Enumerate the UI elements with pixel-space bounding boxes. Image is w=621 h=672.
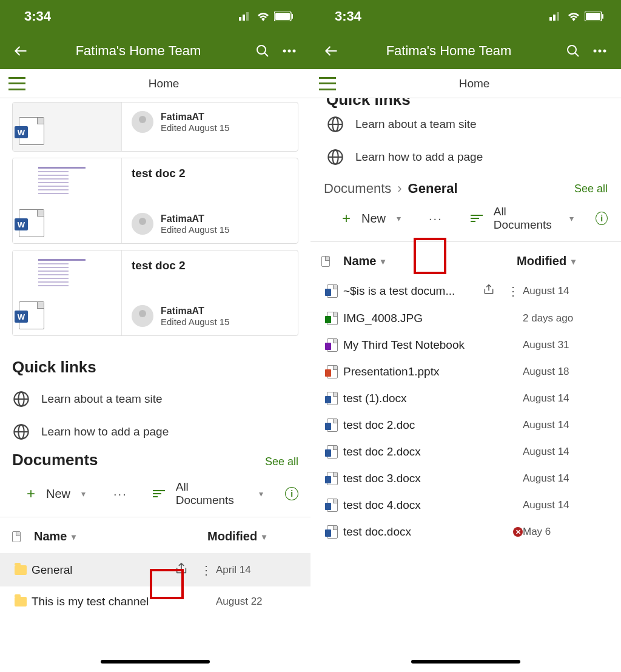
- table-row[interactable]: This is my test channel August 22: [0, 586, 310, 617]
- status-icons: [239, 12, 294, 21]
- quicklink-label: Learn how to add a page: [41, 425, 169, 438]
- view-icon: [471, 215, 483, 222]
- share-icon[interactable]: [175, 562, 188, 578]
- activity-cards: FatimaAT Edited August 15 test doc 2 Fat…: [0, 98, 310, 348]
- word-icon: [19, 117, 44, 145]
- view-selector[interactable]: All Documents: [494, 205, 559, 232]
- row-modified: April 14: [216, 564, 301, 576]
- row-name: test doc 3.docx: [343, 472, 421, 485]
- back-button[interactable]: [321, 41, 341, 61]
- breadcrumb-root[interactable]: Documents: [324, 181, 391, 197]
- table-header: Name▾ Modified▾: [310, 242, 621, 277]
- card-edited: Edited August 15: [161, 317, 229, 327]
- more-actions-button[interactable]: ···: [429, 212, 443, 226]
- table-row[interactable]: IMG_4008.JPG2 days ago: [310, 305, 621, 332]
- quicklinks-title: Quick links: [0, 348, 310, 383]
- chevron-right-icon: ›: [391, 181, 408, 197]
- more-button[interactable]: [589, 41, 610, 61]
- table-row[interactable]: test doc 2.docxAugust 14: [310, 438, 621, 465]
- file-icon: [321, 472, 343, 485]
- activity-card[interactable]: test doc 2 FatimaAT Edited August 15: [12, 250, 298, 336]
- card-author: FatimaAT: [161, 213, 229, 224]
- back-button[interactable]: [11, 41, 30, 61]
- documents-toolbar: + New ▾ ··· All Documents ▾ i: [310, 200, 621, 242]
- globe-icon: [326, 115, 344, 133]
- svg-point-7: [283, 50, 286, 53]
- status-bar: 3:34: [310, 0, 621, 33]
- activity-card[interactable]: FatimaAT Edited August 15: [12, 102, 298, 152]
- status-icons: [549, 12, 604, 21]
- column-name[interactable]: Name▾: [343, 254, 517, 268]
- info-button[interactable]: i: [285, 487, 298, 500]
- quicklink-label: Learn about a team site: [355, 118, 477, 131]
- home-indicator: [411, 660, 520, 664]
- documents-title: Documents: [12, 451, 265, 469]
- folder-icon: [10, 597, 32, 606]
- table-row[interactable]: Presentation1.pptxAugust 18: [310, 358, 621, 385]
- row-name: General: [32, 563, 73, 577]
- sub-header: Home: [310, 69, 621, 98]
- new-button[interactable]: New: [361, 212, 386, 226]
- search-button[interactable]: [563, 41, 583, 61]
- quicklink-item[interactable]: Learn how to add a page: [0, 415, 310, 448]
- row-name: My Third Test Notebook: [343, 338, 465, 352]
- card-edited: Edited August 15: [161, 123, 229, 133]
- svg-rect-16: [557, 12, 559, 21]
- quicklink-item[interactable]: Learn about a team site: [310, 108, 621, 141]
- row-modified: August 14: [523, 472, 608, 485]
- table-row[interactable]: test doc 2.docAugust 14: [310, 412, 621, 438]
- breadcrumb: Documents › General See all: [310, 173, 621, 200]
- file-icon: [321, 365, 343, 378]
- avatar-icon: [132, 111, 153, 133]
- row-name: test doc 2.docx: [343, 445, 421, 459]
- share-icon[interactable]: [483, 283, 495, 298]
- globe-icon: [12, 423, 30, 441]
- row-name: This is my test channel: [32, 595, 149, 608]
- see-all-link[interactable]: See all: [574, 183, 608, 195]
- info-button[interactable]: i: [596, 212, 608, 225]
- quicklink-label: Learn how to add a page: [355, 150, 483, 164]
- home-indicator: [101, 660, 210, 664]
- file-type-icon: [12, 531, 34, 542]
- quicklink-item[interactable]: Learn about a team site: [0, 383, 310, 415]
- table-header: Name▾ Modified▾: [0, 517, 310, 553]
- column-name[interactable]: Name▾: [34, 529, 207, 543]
- file-icon: [321, 284, 343, 298]
- svg-rect-19: [602, 14, 603, 19]
- chevron-down-icon: ▾: [569, 213, 574, 223]
- more-actions-button[interactable]: ···: [113, 487, 127, 501]
- hamburger-button[interactable]: [8, 77, 25, 90]
- column-modified[interactable]: Modified▾: [207, 529, 298, 543]
- see-all-link[interactable]: See all: [265, 455, 298, 468]
- table-row[interactable]: General ⋮ April 14: [0, 553, 310, 586]
- search-button[interactable]: [252, 41, 273, 61]
- row-name: test doc 2.doc: [343, 418, 415, 432]
- quicklink-item[interactable]: Learn how to add a page: [310, 141, 621, 173]
- hamburger-button[interactable]: [319, 77, 336, 90]
- card-thumb: [13, 250, 122, 335]
- table-row[interactable]: ~$is is a test docum...⋮August 14: [310, 277, 621, 305]
- more-button[interactable]: [279, 41, 300, 61]
- column-modified[interactable]: Modified▾: [517, 254, 608, 268]
- row-modified: 2 days ago: [523, 312, 608, 324]
- row-name: test doc.docx: [343, 525, 411, 539]
- view-selector[interactable]: All Documents: [176, 480, 249, 507]
- table-row[interactable]: test doc 3.docxAugust 14: [310, 465, 621, 492]
- svg-point-9: [293, 50, 296, 53]
- table-row[interactable]: My Third Test NotebookAugust 31: [310, 332, 621, 358]
- svg-rect-14: [549, 17, 552, 21]
- breadcrumb-current: General: [408, 181, 458, 197]
- new-button[interactable]: New: [46, 487, 70, 501]
- table-row[interactable]: test doc 4.docxAugust 14: [310, 492, 621, 519]
- file-icon: [321, 392, 343, 405]
- svg-rect-0: [239, 17, 241, 21]
- file-icon: [321, 312, 343, 325]
- table-row[interactable]: test (1).docxAugust 14: [310, 385, 621, 412]
- header-title: Fatima's Home Team: [341, 43, 557, 59]
- quicklinks-title-partial: Quick links: [310, 98, 621, 108]
- table-row[interactable]: test doc.docx✕May 6: [310, 519, 621, 545]
- row-more-button[interactable]: ⋮: [503, 284, 523, 298]
- row-more-button[interactable]: ⋮: [196, 563, 216, 577]
- svg-point-22: [599, 50, 602, 53]
- activity-card[interactable]: test doc 2 FatimaAT Edited August 15: [12, 158, 298, 244]
